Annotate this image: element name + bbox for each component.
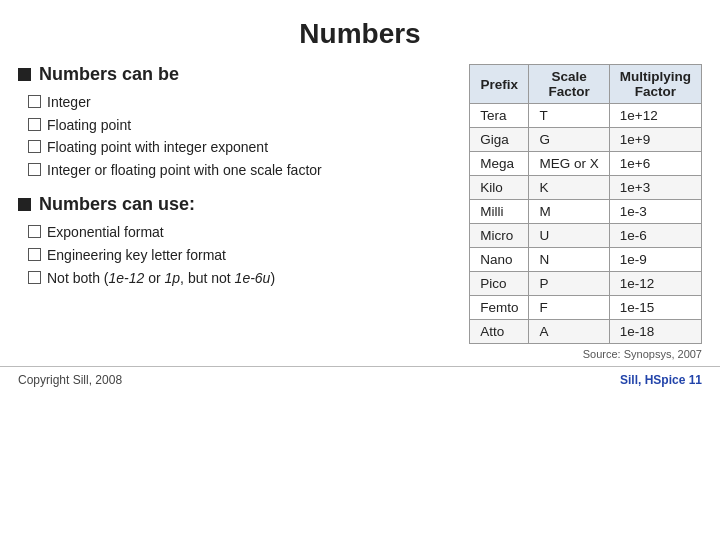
table-row: Femto F 1e-15	[470, 296, 702, 320]
cell-prefix: Nano	[470, 248, 529, 272]
cell-multiplying: 1e-18	[609, 320, 701, 344]
table-row: Micro U 1e-6	[470, 224, 702, 248]
list-item-text: Not both (1e-12 or 1p, but not 1e-6u)	[47, 269, 275, 289]
checkbox-icon	[28, 140, 41, 153]
table-row: Milli M 1e-3	[470, 200, 702, 224]
checkbox-icon	[28, 225, 41, 238]
list-item-text: Integer	[47, 93, 91, 113]
table-row: Giga G 1e+9	[470, 128, 702, 152]
table-row: Mega MEG or X 1e+6	[470, 152, 702, 176]
section1-bullet	[18, 68, 31, 81]
cell-prefix: Mega	[470, 152, 529, 176]
list-item: Integer or floating point with one scale…	[28, 161, 451, 181]
section1-title: Numbers can be	[39, 64, 179, 85]
list-item-text: Floating point	[47, 116, 131, 136]
checkbox-icon	[28, 271, 41, 284]
cell-multiplying: 1e+3	[609, 176, 701, 200]
source-text: Source: Synopsys, 2007	[0, 344, 720, 362]
cell-scale: G	[529, 128, 609, 152]
checkbox-icon	[28, 95, 41, 108]
cell-prefix: Tera	[470, 104, 529, 128]
table-row: Tera T 1e+12	[470, 104, 702, 128]
list-item: Integer	[28, 93, 451, 113]
cell-prefix: Giga	[470, 128, 529, 152]
cell-multiplying: 1e-15	[609, 296, 701, 320]
section2-header: Numbers can use:	[18, 194, 451, 215]
cell-scale: MEG or X	[529, 152, 609, 176]
col-multiplying: MultiplyingFactor	[609, 65, 701, 104]
cell-multiplying: 1e-9	[609, 248, 701, 272]
cell-scale: P	[529, 272, 609, 296]
checkbox-icon	[28, 248, 41, 261]
table-row: Pico P 1e-12	[470, 272, 702, 296]
cell-scale: A	[529, 320, 609, 344]
cell-scale: U	[529, 224, 609, 248]
cell-prefix: Kilo	[470, 176, 529, 200]
cell-multiplying: 1e+6	[609, 152, 701, 176]
footer-copyright: Copyright Sill, 2008	[18, 373, 122, 387]
col-scale: ScaleFactor	[529, 65, 609, 104]
cell-multiplying: 1e-12	[609, 272, 701, 296]
list-item-text: Exponential format	[47, 223, 164, 243]
section1-list: Integer Floating point Floating point wi…	[28, 93, 451, 180]
cell-scale: M	[529, 200, 609, 224]
list-item: Floating point	[28, 116, 451, 136]
checkbox-icon	[28, 163, 41, 176]
cell-scale: N	[529, 248, 609, 272]
left-panel: Numbers can be Integer Floating point Fl…	[18, 64, 451, 302]
cell-scale: T	[529, 104, 609, 128]
list-item: Floating point with integer exponent	[28, 138, 451, 158]
list-item: Engineering key letter format	[28, 246, 451, 266]
footer-page: Sill, HSpice 11	[620, 373, 702, 387]
cell-prefix: Pico	[470, 272, 529, 296]
list-item-text: Engineering key letter format	[47, 246, 226, 266]
table-row: Nano N 1e-9	[470, 248, 702, 272]
section2-title: Numbers can use:	[39, 194, 195, 215]
section2-bullet	[18, 198, 31, 211]
table-row: Kilo K 1e+3	[470, 176, 702, 200]
cell-prefix: Atto	[470, 320, 529, 344]
checkbox-icon	[28, 118, 41, 131]
footer: Copyright Sill, 2008 Sill, HSpice 11	[0, 366, 720, 387]
right-panel: Prefix ScaleFactor MultiplyingFactor Ter…	[469, 64, 702, 344]
list-item-text: Integer or floating point with one scale…	[47, 161, 322, 181]
list-item: Exponential format	[28, 223, 451, 243]
list-item: Not both (1e-12 or 1p, but not 1e-6u)	[28, 269, 451, 289]
list-item-text: Floating point with integer exponent	[47, 138, 268, 158]
cell-multiplying: 1e+12	[609, 104, 701, 128]
cell-multiplying: 1e-3	[609, 200, 701, 224]
cell-scale: K	[529, 176, 609, 200]
section2-list: Exponential format Engineering key lette…	[28, 223, 451, 288]
col-prefix: Prefix	[470, 65, 529, 104]
section1-header: Numbers can be	[18, 64, 451, 85]
cell-multiplying: 1e-6	[609, 224, 701, 248]
cell-multiplying: 1e+9	[609, 128, 701, 152]
cell-prefix: Micro	[470, 224, 529, 248]
prefix-table: Prefix ScaleFactor MultiplyingFactor Ter…	[469, 64, 702, 344]
cell-scale: F	[529, 296, 609, 320]
cell-prefix: Femto	[470, 296, 529, 320]
table-row: Atto A 1e-18	[470, 320, 702, 344]
cell-prefix: Milli	[470, 200, 529, 224]
page-title: Numbers	[0, 0, 720, 64]
